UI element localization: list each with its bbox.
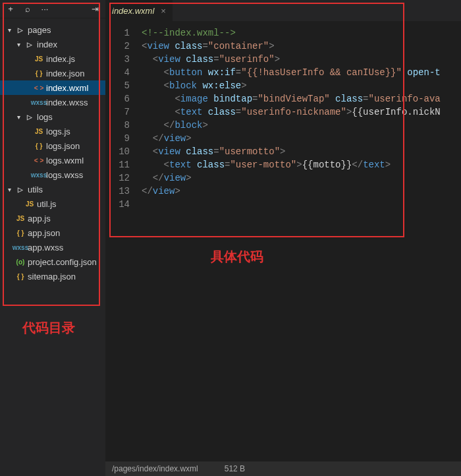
tree-item-index-json[interactable]: { }index.json (0, 66, 105, 80)
editor-pane: index.wxml × 1234567891011121314 <!--ind… (105, 0, 461, 476)
file-label: logs.json (46, 141, 80, 151)
twisty-icon: ▾ (5, 186, 13, 193)
file-icon: ▷ (22, 113, 37, 121)
code-line[interactable]: <block wx:else> (142, 79, 461, 92)
annotation-label-sidebar: 代码目录 (22, 319, 75, 337)
file-label: logs.wxss (46, 170, 83, 180)
file-label: pages (28, 25, 51, 35)
tree-item-sitemap-json[interactable]: { }sitemap.json (0, 269, 105, 283)
tree-item-index-js[interactable]: JSindex.js (0, 51, 105, 66)
file-label: app.js (28, 214, 51, 223)
line-number: 2 (105, 40, 130, 53)
status-filepath: /pages/index/index.wxml (112, 464, 198, 473)
tree-item-index[interactable]: ▾▷index (0, 37, 105, 51)
file-label: sitemap.json (28, 272, 76, 282)
code-line[interactable]: <text class="userinfo-nickname">{{userIn… (142, 105, 461, 119)
tree-item-util-js[interactable]: JSutil.js (0, 196, 105, 211)
tree-item-pages[interactable]: ▾▷pages (0, 22, 105, 37)
status-filesize: 512 B (225, 464, 245, 473)
file-tree: ▾▷pages▾▷indexJSindex.js{ }index.json< >… (0, 18, 105, 287)
sidebar-toolbar: + ⌕ ··· ⇥ (0, 0, 105, 18)
file-label: index.wxml (46, 83, 88, 93)
tree-item-logs[interactable]: ▾▷logs (0, 109, 105, 124)
line-number: 8 (105, 119, 130, 132)
line-number: 14 (105, 198, 130, 211)
code-line[interactable]: <!--index.wxml--> (142, 26, 461, 40)
file-icon: { } (32, 142, 46, 150)
code-editor[interactable]: 1234567891011121314 <!--index.wxml--><vi… (105, 21, 461, 461)
new-file-button[interactable]: + (3, 1, 18, 17)
code-line[interactable]: <view class="userinfo"> (142, 53, 461, 66)
file-label: logs.wxml (46, 156, 84, 165)
file-label: index.js (46, 54, 75, 64)
file-icon: wxss (13, 244, 28, 251)
tab-title: index.wxml (112, 6, 154, 16)
twisty-icon: ▾ (5, 26, 13, 34)
line-number: 10 (105, 145, 130, 158)
tab-bar: index.wxml × (105, 0, 461, 21)
tree-item-logs-js[interactable]: JSlogs.js (0, 124, 105, 138)
code-line[interactable]: </block> (142, 119, 461, 132)
file-icon: JS (22, 200, 37, 208)
code-line[interactable] (142, 198, 461, 211)
tree-item-app-wxss[interactable]: wxssapp.wxss (0, 240, 105, 254)
search-button[interactable]: ⌕ (20, 1, 36, 17)
tab-close-icon[interactable]: × (161, 6, 166, 16)
tree-item-logs-wxss[interactable]: wxsslogs.wxss (0, 167, 105, 182)
line-number: 6 (105, 92, 130, 105)
file-label: app.wxss (28, 243, 63, 253)
line-number: 3 (105, 53, 130, 66)
file-label: logs (37, 112, 53, 122)
file-icon: JS (32, 128, 46, 135)
twisty-icon: ▾ (14, 41, 22, 48)
code-content[interactable]: <!--index.wxml--><view class="container"… (142, 26, 461, 461)
file-label: project.config.json (28, 257, 97, 267)
code-line[interactable]: <view class="container"> (142, 40, 461, 53)
line-number: 5 (105, 79, 130, 92)
code-line[interactable]: <text class="user-motto">{{motto}}</text… (142, 158, 461, 171)
line-number: 12 (105, 171, 130, 185)
twisty-icon: ▾ (14, 113, 22, 121)
file-icon: { } (32, 70, 46, 77)
code-line[interactable]: <image bindtap="bindViewTap" class="user… (142, 92, 461, 105)
file-icon: (o) (13, 258, 28, 266)
file-icon: { } (13, 273, 28, 280)
line-number: 4 (105, 66, 130, 79)
file-label: app.json (28, 228, 60, 238)
tree-item-app-js[interactable]: JSapp.js (0, 211, 105, 225)
status-bar: /pages/index/index.wxml 512 B (105, 461, 461, 476)
file-label: utils (28, 185, 43, 194)
tree-item-app-json[interactable]: { }app.json (0, 225, 105, 240)
file-label: util.js (37, 199, 57, 209)
line-number: 7 (105, 105, 130, 119)
tree-item-utils[interactable]: ▾▷utils (0, 182, 105, 196)
tree-item-logs-wxml[interactable]: < >logs.wxml (0, 153, 105, 167)
code-line[interactable]: <button wx:if="{{!hasUserInfo && canIUse… (142, 66, 461, 79)
line-number: 11 (105, 158, 130, 171)
code-line[interactable]: </view> (142, 171, 461, 185)
annotation-label-editor: 具体代码 (211, 248, 263, 266)
code-line[interactable]: <view class="usermotto"> (142, 145, 461, 158)
tree-item-logs-json[interactable]: { }logs.json (0, 138, 105, 153)
more-button[interactable]: ··· (37, 1, 53, 17)
code-line[interactable]: </view> (142, 185, 461, 198)
line-number: 1 (105, 26, 130, 40)
file-icon: ▷ (13, 186, 28, 193)
collapse-button[interactable]: ⇥ (87, 1, 103, 17)
file-icon: { } (13, 229, 28, 237)
file-label: index.json (46, 69, 85, 78)
file-icon: JS (32, 55, 46, 63)
file-icon: wxss (32, 99, 46, 106)
file-label: index (37, 40, 57, 49)
editor-tab[interactable]: index.wxml × (105, 0, 173, 21)
line-number: 9 (105, 132, 130, 145)
tree-item-index-wxml[interactable]: < >index.wxml (0, 80, 105, 95)
line-number: 13 (105, 185, 130, 198)
tree-item-index-wxss[interactable]: wxssindex.wxss (0, 95, 105, 109)
file-icon: wxss (32, 171, 46, 179)
file-icon: < > (32, 157, 46, 164)
file-icon: < > (32, 84, 46, 92)
code-line[interactable]: </view> (142, 132, 461, 145)
tree-item-project-config-json[interactable]: (o)project.config.json (0, 254, 105, 269)
file-explorer-sidebar: + ⌕ ··· ⇥ ▾▷pages▾▷indexJSindex.js{ }ind… (0, 0, 105, 476)
